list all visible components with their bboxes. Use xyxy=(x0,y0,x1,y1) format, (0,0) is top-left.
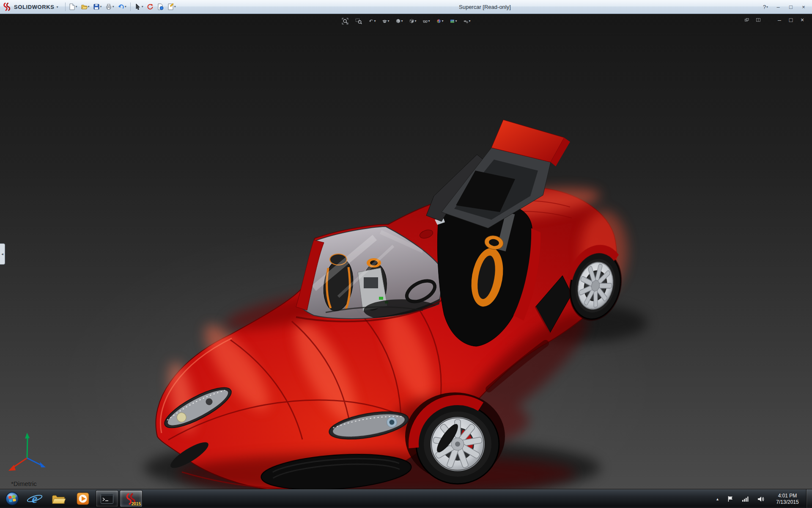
open-button[interactable]: ▾ xyxy=(80,1,91,12)
solidworks-logo-text: SOLIDWORKS xyxy=(14,4,55,10)
dropdown-caret-icon[interactable]: ▾ xyxy=(174,5,176,8)
edit-appearance-button[interactable]: ▾ xyxy=(434,16,446,26)
section-view-icon xyxy=(382,17,387,25)
taskbar-item-solidworks-2015[interactable]: 2015 xyxy=(120,490,143,507)
apply-scene-button[interactable]: ▾ xyxy=(447,16,460,26)
file-properties-icon xyxy=(157,3,164,10)
toolbar-separator xyxy=(130,3,131,11)
flag-icon xyxy=(727,496,733,502)
dropdown-caret-icon[interactable]: ▾ xyxy=(76,5,77,8)
tile-windows-button[interactable] xyxy=(754,16,763,24)
select-button[interactable]: ▾ xyxy=(133,1,145,12)
app-titlebar: SOLIDWORKS ▾ ▾ ▾ xyxy=(0,0,812,14)
undo-arrow-icon xyxy=(118,3,124,10)
show-hidden-icons-button[interactable]: ▴ xyxy=(714,496,721,502)
car-body[interactable] xyxy=(156,182,627,489)
window-controls: ? ▾ – □ × xyxy=(760,0,809,14)
toolbar-separator xyxy=(65,3,66,11)
command-prompt-icon xyxy=(101,494,113,504)
section-view-button[interactable]: ▾ xyxy=(380,16,392,26)
taskbar-item-internet-explorer[interactable]: e xyxy=(23,490,46,507)
restore-window-button[interactable]: □ xyxy=(785,3,797,12)
print-button[interactable]: ▾ xyxy=(104,1,115,12)
taskbar-item-command-prompt[interactable] xyxy=(96,490,118,507)
dropdown-caret-icon[interactable]: ▾ xyxy=(401,19,403,23)
cascade-windows-icon xyxy=(745,17,749,23)
dropdown-caret-icon[interactable]: ▾ xyxy=(387,19,389,23)
quick-access-toolbar: ▾ ▾ ▾ xyxy=(67,1,177,12)
restore-document-button[interactable]: □ xyxy=(786,16,796,24)
previous-view-icon xyxy=(369,17,374,25)
options-button[interactable]: ▾ xyxy=(166,1,177,12)
open-folder-icon xyxy=(81,3,88,10)
view-cube-icon xyxy=(396,17,401,25)
clock-date: 7/13/2015 xyxy=(771,499,804,505)
logo-menu-caret-icon[interactable]: ▾ xyxy=(57,5,58,9)
zoom-to-area-button[interactable] xyxy=(353,16,365,26)
dropdown-caret-icon[interactable]: ▾ xyxy=(142,5,143,8)
taskbar-clock[interactable]: 4:01 PM 7/13/2015 xyxy=(771,493,804,505)
solidworks-logo: SOLIDWORKS ▾ xyxy=(3,2,58,11)
minimize-window-button[interactable]: – xyxy=(772,3,784,12)
clock-time: 4:01 PM xyxy=(771,493,804,499)
action-center-icon[interactable] xyxy=(725,495,736,502)
supercar-3d-model[interactable] xyxy=(0,14,812,489)
taskbar-item-windows-explorer[interactable] xyxy=(47,490,70,507)
desktop: SOLIDWORKS ▾ ▾ ▾ xyxy=(0,0,812,508)
dropdown-caret-icon[interactable]: ▾ xyxy=(442,19,443,23)
y-axis-arrow xyxy=(25,433,30,439)
network-bars-icon xyxy=(742,496,749,502)
windows-orb-icon xyxy=(5,490,19,507)
dropdown-caret-icon[interactable]: ▾ xyxy=(100,5,102,8)
tile-windows-icon xyxy=(756,17,760,23)
glasses-icon xyxy=(423,17,428,25)
windows-taskbar: e xyxy=(0,489,812,508)
display-style-icon xyxy=(409,17,414,25)
view-settings-button[interactable]: ▾ xyxy=(461,16,473,26)
help-glyph: ? xyxy=(763,4,766,10)
zoom-to-fit-icon xyxy=(342,17,349,25)
undo-button[interactable]: ▾ xyxy=(116,1,128,12)
new-document-button[interactable]: ▾ xyxy=(67,1,79,12)
view-settings-icon xyxy=(464,17,469,25)
dropdown-caret-icon[interactable]: ▾ xyxy=(469,19,470,23)
new-document-icon xyxy=(69,3,75,10)
minimize-document-button[interactable]: – xyxy=(775,16,784,24)
close-window-button[interactable]: × xyxy=(798,3,809,12)
feature-manager-collapsed-tab[interactable]: ◂ xyxy=(0,243,5,265)
save-button[interactable]: ▾ xyxy=(92,1,103,12)
dropdown-caret-icon[interactable]: ▾ xyxy=(112,5,114,8)
print-icon xyxy=(105,3,112,10)
dropdown-caret-icon[interactable]: ▾ xyxy=(428,19,430,23)
options-icon xyxy=(167,3,174,10)
dropdown-caret-icon[interactable]: ▾ xyxy=(414,19,416,23)
help-button[interactable]: ? ▾ xyxy=(760,3,771,12)
show-desktop-button[interactable] xyxy=(806,489,812,508)
graphics-viewport[interactable]: ▾ ▾ ▾ xyxy=(0,14,812,489)
rebuild-button[interactable] xyxy=(145,1,155,12)
previous-view-button[interactable]: ▾ xyxy=(366,16,379,26)
hide-show-items-button[interactable]: ▾ xyxy=(420,16,433,26)
dropdown-caret-icon[interactable]: ▾ xyxy=(88,5,90,8)
dropdown-caret-icon[interactable]: ▾ xyxy=(374,19,376,23)
scene-icon xyxy=(450,17,455,25)
dropdown-caret-icon[interactable]: ▾ xyxy=(125,5,126,8)
select-cursor-icon xyxy=(134,3,141,10)
new-window-button[interactable] xyxy=(742,16,752,24)
taskbar-item-media-player[interactable] xyxy=(71,490,94,507)
close-document-button[interactable]: × xyxy=(798,16,807,24)
dropdown-caret-icon[interactable]: ▾ xyxy=(455,19,457,23)
view-orientation-button[interactable]: ▾ xyxy=(393,16,406,26)
network-icon[interactable] xyxy=(740,496,751,502)
solidworks-logo-icon xyxy=(3,2,12,11)
start-button[interactable] xyxy=(3,489,22,508)
zoom-to-area-icon xyxy=(355,17,362,25)
file-properties-button[interactable] xyxy=(156,1,165,12)
view-orientation-label: *Dimetric xyxy=(11,480,37,487)
volume-icon[interactable] xyxy=(755,496,767,502)
save-floppy-icon xyxy=(93,3,100,10)
display-style-button[interactable]: ▾ xyxy=(407,16,419,26)
zoom-to-fit-button[interactable] xyxy=(339,16,351,26)
speaker-icon xyxy=(757,496,764,502)
system-tray: ▴ xyxy=(714,489,804,508)
